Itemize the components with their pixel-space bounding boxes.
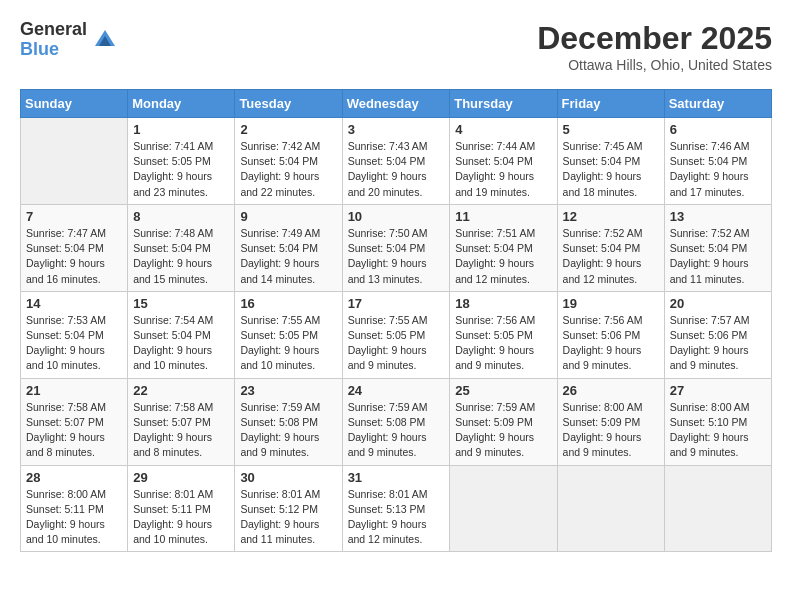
day-number: 22	[133, 383, 229, 398]
calendar-cell: 9Sunrise: 7:49 AM Sunset: 5:04 PM Daylig…	[235, 204, 342, 291]
day-number: 29	[133, 470, 229, 485]
month-title: December 2025	[537, 20, 772, 57]
day-number: 31	[348, 470, 445, 485]
day-info: Sunrise: 8:01 AM Sunset: 5:11 PM Dayligh…	[133, 487, 229, 548]
day-info: Sunrise: 8:01 AM Sunset: 5:13 PM Dayligh…	[348, 487, 445, 548]
day-info: Sunrise: 7:52 AM Sunset: 5:04 PM Dayligh…	[670, 226, 766, 287]
day-number: 21	[26, 383, 122, 398]
day-info: Sunrise: 7:59 AM Sunset: 5:09 PM Dayligh…	[455, 400, 551, 461]
logo-blue: Blue	[20, 40, 87, 60]
day-number: 8	[133, 209, 229, 224]
calendar-table: SundayMondayTuesdayWednesdayThursdayFrid…	[20, 89, 772, 552]
logo-general: General	[20, 20, 87, 40]
calendar-cell: 10Sunrise: 7:50 AM Sunset: 5:04 PM Dayli…	[342, 204, 450, 291]
calendar-cell: 13Sunrise: 7:52 AM Sunset: 5:04 PM Dayli…	[664, 204, 771, 291]
day-number: 16	[240, 296, 336, 311]
calendar-cell: 6Sunrise: 7:46 AM Sunset: 5:04 PM Daylig…	[664, 118, 771, 205]
weekday-header: Thursday	[450, 90, 557, 118]
calendar-cell: 11Sunrise: 7:51 AM Sunset: 5:04 PM Dayli…	[450, 204, 557, 291]
calendar-cell: 15Sunrise: 7:54 AM Sunset: 5:04 PM Dayli…	[128, 291, 235, 378]
day-number: 15	[133, 296, 229, 311]
calendar-cell	[664, 465, 771, 552]
day-info: Sunrise: 7:55 AM Sunset: 5:05 PM Dayligh…	[348, 313, 445, 374]
day-number: 14	[26, 296, 122, 311]
day-number: 25	[455, 383, 551, 398]
day-number: 12	[563, 209, 659, 224]
page-header: General Blue December 2025 Ottawa Hills,…	[20, 20, 772, 73]
calendar-cell: 19Sunrise: 7:56 AM Sunset: 5:06 PM Dayli…	[557, 291, 664, 378]
day-info: Sunrise: 7:52 AM Sunset: 5:04 PM Dayligh…	[563, 226, 659, 287]
day-info: Sunrise: 7:59 AM Sunset: 5:08 PM Dayligh…	[240, 400, 336, 461]
day-number: 17	[348, 296, 445, 311]
calendar-cell: 18Sunrise: 7:56 AM Sunset: 5:05 PM Dayli…	[450, 291, 557, 378]
calendar-cell: 25Sunrise: 7:59 AM Sunset: 5:09 PM Dayli…	[450, 378, 557, 465]
day-info: Sunrise: 7:51 AM Sunset: 5:04 PM Dayligh…	[455, 226, 551, 287]
day-info: Sunrise: 7:47 AM Sunset: 5:04 PM Dayligh…	[26, 226, 122, 287]
day-info: Sunrise: 7:56 AM Sunset: 5:06 PM Dayligh…	[563, 313, 659, 374]
day-number: 1	[133, 122, 229, 137]
calendar-cell: 17Sunrise: 7:55 AM Sunset: 5:05 PM Dayli…	[342, 291, 450, 378]
calendar-cell: 3Sunrise: 7:43 AM Sunset: 5:04 PM Daylig…	[342, 118, 450, 205]
day-info: Sunrise: 7:57 AM Sunset: 5:06 PM Dayligh…	[670, 313, 766, 374]
day-info: Sunrise: 7:50 AM Sunset: 5:04 PM Dayligh…	[348, 226, 445, 287]
day-info: Sunrise: 7:54 AM Sunset: 5:04 PM Dayligh…	[133, 313, 229, 374]
weekday-header: Friday	[557, 90, 664, 118]
day-number: 23	[240, 383, 336, 398]
day-info: Sunrise: 7:43 AM Sunset: 5:04 PM Dayligh…	[348, 139, 445, 200]
calendar-cell: 14Sunrise: 7:53 AM Sunset: 5:04 PM Dayli…	[21, 291, 128, 378]
calendar-cell: 27Sunrise: 8:00 AM Sunset: 5:10 PM Dayli…	[664, 378, 771, 465]
calendar-cell: 1Sunrise: 7:41 AM Sunset: 5:05 PM Daylig…	[128, 118, 235, 205]
day-number: 13	[670, 209, 766, 224]
day-info: Sunrise: 8:00 AM Sunset: 5:09 PM Dayligh…	[563, 400, 659, 461]
day-number: 19	[563, 296, 659, 311]
calendar-cell: 26Sunrise: 8:00 AM Sunset: 5:09 PM Dayli…	[557, 378, 664, 465]
title-block: December 2025 Ottawa Hills, Ohio, United…	[537, 20, 772, 73]
calendar-week-row: 7Sunrise: 7:47 AM Sunset: 5:04 PM Daylig…	[21, 204, 772, 291]
weekday-header: Sunday	[21, 90, 128, 118]
location: Ottawa Hills, Ohio, United States	[537, 57, 772, 73]
day-number: 6	[670, 122, 766, 137]
calendar-cell: 2Sunrise: 7:42 AM Sunset: 5:04 PM Daylig…	[235, 118, 342, 205]
weekday-header-row: SundayMondayTuesdayWednesdayThursdayFrid…	[21, 90, 772, 118]
calendar-cell: 28Sunrise: 8:00 AM Sunset: 5:11 PM Dayli…	[21, 465, 128, 552]
day-info: Sunrise: 7:45 AM Sunset: 5:04 PM Dayligh…	[563, 139, 659, 200]
calendar-cell: 12Sunrise: 7:52 AM Sunset: 5:04 PM Dayli…	[557, 204, 664, 291]
day-info: Sunrise: 7:46 AM Sunset: 5:04 PM Dayligh…	[670, 139, 766, 200]
day-info: Sunrise: 8:00 AM Sunset: 5:11 PM Dayligh…	[26, 487, 122, 548]
calendar-cell: 7Sunrise: 7:47 AM Sunset: 5:04 PM Daylig…	[21, 204, 128, 291]
calendar-cell: 8Sunrise: 7:48 AM Sunset: 5:04 PM Daylig…	[128, 204, 235, 291]
logo: General Blue	[20, 20, 119, 60]
day-info: Sunrise: 8:01 AM Sunset: 5:12 PM Dayligh…	[240, 487, 336, 548]
calendar-week-row: 28Sunrise: 8:00 AM Sunset: 5:11 PM Dayli…	[21, 465, 772, 552]
calendar-cell	[450, 465, 557, 552]
day-info: Sunrise: 8:00 AM Sunset: 5:10 PM Dayligh…	[670, 400, 766, 461]
day-info: Sunrise: 7:49 AM Sunset: 5:04 PM Dayligh…	[240, 226, 336, 287]
weekday-header: Wednesday	[342, 90, 450, 118]
calendar-cell	[21, 118, 128, 205]
day-number: 7	[26, 209, 122, 224]
calendar-cell	[557, 465, 664, 552]
weekday-header: Tuesday	[235, 90, 342, 118]
calendar-week-row: 21Sunrise: 7:58 AM Sunset: 5:07 PM Dayli…	[21, 378, 772, 465]
day-number: 4	[455, 122, 551, 137]
day-info: Sunrise: 7:56 AM Sunset: 5:05 PM Dayligh…	[455, 313, 551, 374]
calendar-cell: 4Sunrise: 7:44 AM Sunset: 5:04 PM Daylig…	[450, 118, 557, 205]
calendar-cell: 30Sunrise: 8:01 AM Sunset: 5:12 PM Dayli…	[235, 465, 342, 552]
day-number: 9	[240, 209, 336, 224]
day-number: 27	[670, 383, 766, 398]
day-number: 18	[455, 296, 551, 311]
day-number: 11	[455, 209, 551, 224]
calendar-cell: 16Sunrise: 7:55 AM Sunset: 5:05 PM Dayli…	[235, 291, 342, 378]
day-info: Sunrise: 7:48 AM Sunset: 5:04 PM Dayligh…	[133, 226, 229, 287]
calendar-cell: 21Sunrise: 7:58 AM Sunset: 5:07 PM Dayli…	[21, 378, 128, 465]
calendar-cell: 5Sunrise: 7:45 AM Sunset: 5:04 PM Daylig…	[557, 118, 664, 205]
calendar-cell: 24Sunrise: 7:59 AM Sunset: 5:08 PM Dayli…	[342, 378, 450, 465]
day-number: 5	[563, 122, 659, 137]
calendar-week-row: 1Sunrise: 7:41 AM Sunset: 5:05 PM Daylig…	[21, 118, 772, 205]
day-number: 26	[563, 383, 659, 398]
weekday-header: Monday	[128, 90, 235, 118]
day-info: Sunrise: 7:41 AM Sunset: 5:05 PM Dayligh…	[133, 139, 229, 200]
day-number: 3	[348, 122, 445, 137]
day-info: Sunrise: 7:53 AM Sunset: 5:04 PM Dayligh…	[26, 313, 122, 374]
calendar-cell: 22Sunrise: 7:58 AM Sunset: 5:07 PM Dayli…	[128, 378, 235, 465]
